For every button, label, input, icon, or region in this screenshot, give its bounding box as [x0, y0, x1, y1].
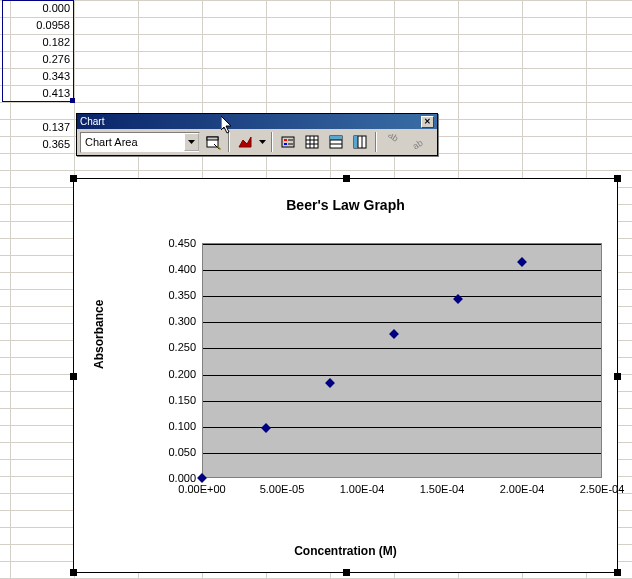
gridline [203, 244, 601, 245]
column-a: 0.000 0.0958 0.182 0.276 0.343 0.413 0.1… [2, 0, 74, 153]
svg-marker-4 [239, 137, 251, 147]
chart-object[interactable]: Beer's Law Graph Absorbance Concentratio… [73, 178, 618, 573]
separator [271, 132, 273, 152]
legend-icon[interactable] [277, 131, 299, 153]
cell[interactable]: 0.000 [2, 0, 74, 17]
x-tick-label: 5.00E-05 [250, 483, 314, 495]
plot-wrap: 0.0000.0500.1000.1500.2000.2500.3000.350… [142, 243, 602, 498]
svg-rect-7 [284, 139, 287, 141]
cell[interactable]: 0.276 [2, 51, 74, 68]
by-column-icon[interactable] [349, 131, 371, 153]
cell[interactable]: 0.137 [2, 119, 74, 136]
chart-type-icon[interactable] [234, 131, 256, 153]
y-tick-label: 0.350 [148, 289, 196, 301]
cell[interactable]: 0.182 [2, 34, 74, 51]
toolbar-titlebar[interactable]: Chart ✕ [77, 114, 437, 129]
svg-rect-17 [330, 136, 342, 140]
resize-handle[interactable] [70, 175, 77, 182]
chevron-down-icon[interactable] [184, 133, 199, 151]
y-tick-label: 0.250 [148, 341, 196, 353]
svg-rect-2 [207, 137, 218, 140]
gridline [203, 348, 601, 349]
gridline [203, 375, 601, 376]
y-tick-label: 0.450 [148, 237, 196, 249]
x-tick-label: 2.50E-04 [570, 483, 632, 495]
x-tick-label: 2.00E-04 [490, 483, 554, 495]
plot-area[interactable] [202, 243, 602, 478]
format-selection-icon[interactable] [202, 131, 224, 153]
y-tick-label: 0.400 [148, 263, 196, 275]
chevron-down-icon[interactable] [258, 140, 267, 144]
data-table-icon[interactable] [301, 131, 323, 153]
toolbar-body: Chart Area ab [77, 129, 437, 155]
resize-handle[interactable] [70, 373, 77, 380]
svg-text:ab: ab [411, 137, 424, 150]
resize-handle[interactable] [614, 373, 621, 380]
svg-rect-21 [354, 136, 358, 148]
resize-handle[interactable] [343, 569, 350, 576]
svg-text:ab: ab [386, 134, 400, 144]
svg-rect-11 [306, 136, 318, 148]
by-row-icon[interactable] [325, 131, 347, 153]
separator [228, 132, 230, 152]
resize-handle[interactable] [614, 569, 621, 576]
svg-marker-0 [188, 140, 195, 144]
gridline [203, 296, 601, 297]
separator [375, 132, 377, 152]
y-tick-label: 0.150 [148, 394, 196, 406]
close-icon[interactable]: ✕ [421, 116, 434, 128]
y-tick-label: 0.100 [148, 420, 196, 432]
svg-marker-5 [259, 140, 266, 144]
gridline [203, 322, 601, 323]
svg-rect-9 [284, 143, 287, 145]
angle-text-down-icon[interactable]: ab [381, 131, 403, 153]
cell[interactable]: 0.413 [2, 85, 74, 102]
gridline [203, 270, 601, 271]
gridline [203, 453, 601, 454]
gridline [203, 401, 601, 402]
resize-handle[interactable] [343, 175, 350, 182]
y-axis-label[interactable]: Absorbance [92, 300, 106, 369]
resize-handle[interactable] [70, 569, 77, 576]
y-tick-label: 0.300 [148, 315, 196, 327]
y-tick-label: 0.050 [148, 446, 196, 458]
y-tick-label: 0.200 [148, 368, 196, 380]
x-axis-label[interactable]: Concentration (M) [74, 544, 617, 558]
cell[interactable]: 0.365 [2, 136, 74, 153]
x-tick-label: 0.00E+00 [170, 483, 234, 495]
angle-text-up-icon[interactable]: ab [405, 131, 427, 153]
cell[interactable]: 0.343 [2, 68, 74, 85]
resize-handle[interactable] [614, 175, 621, 182]
cell[interactable]: 0.0958 [2, 17, 74, 34]
x-tick-label: 1.50E-04 [410, 483, 474, 495]
dropdown-value: Chart Area [81, 136, 184, 148]
svg-rect-6 [282, 137, 294, 147]
chart-toolbar[interactable]: Chart ✕ Chart Area [76, 113, 438, 156]
chart-title[interactable]: Beer's Law Graph [74, 179, 617, 219]
toolbar-title: Chart [80, 116, 104, 127]
x-tick-label: 1.00E-04 [330, 483, 394, 495]
chart-object-dropdown[interactable]: Chart Area [80, 132, 200, 153]
